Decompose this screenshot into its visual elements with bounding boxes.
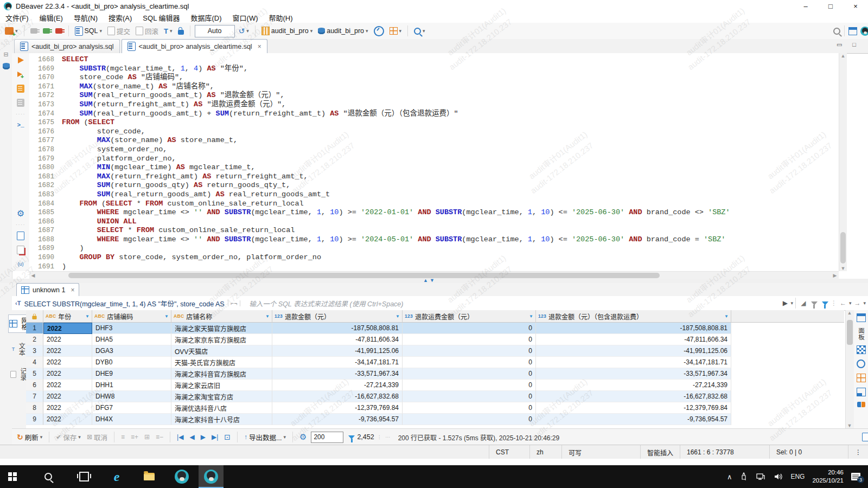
grid-cell[interactable]: 0: [403, 402, 536, 414]
tray-expand-icon[interactable]: ∧: [727, 473, 732, 481]
refresh-button[interactable]: ↻刷新▾: [15, 431, 44, 444]
sort-dropdown-icon[interactable]: ▼: [529, 314, 533, 319]
grid-cell[interactable]: 2022: [43, 380, 92, 391]
column-header[interactable]: 123退款金额（元）（包含退款运费）▼: [536, 310, 731, 322]
row-number-cell[interactable]: 3: [26, 345, 43, 357]
grid-cell[interactable]: 0: [403, 334, 536, 345]
grid-vertical-scrollbar[interactable]: ▲ ▼: [845, 310, 854, 428]
filter-query-text[interactable]: SELECT SUBSTR(mgclear_time_t, 1, 4) AS "…: [24, 298, 224, 309]
grid-cell[interactable]: -41,991,125.06: [536, 345, 731, 357]
editor-settings-button[interactable]: ⚙: [12, 206, 29, 220]
grid-cell[interactable]: DHE9: [92, 368, 171, 380]
taskbar-ie-button[interactable]: e: [104, 465, 129, 488]
grid-cell[interactable]: -47,811,606.34: [272, 334, 403, 345]
grid-cell[interactable]: 0: [403, 357, 536, 368]
restore-panel-icon[interactable]: ⊟: [3, 51, 8, 58]
code-line[interactable]: 1683 SUM(real_return_goods_amt) AS real_…: [29, 190, 839, 200]
apply-filter-button[interactable]: ▶: [780, 299, 790, 307]
grid-cell[interactable]: DHW8: [92, 391, 171, 402]
edit-value-button[interactable]: ≡: [119, 431, 126, 444]
grid-cell[interactable]: 0: [403, 414, 536, 425]
commit-button[interactable]: 提交: [106, 24, 132, 37]
menu-item[interactable]: 文件(F): [5, 12, 29, 23]
menu-item[interactable]: SQL 编辑器: [143, 12, 180, 23]
code-line[interactable]: 1672 SUM(real_return_goods_amt_t) AS "退款…: [29, 91, 839, 100]
code-line[interactable]: 1671 MAX(store_name_t) AS "店铺名称",: [29, 82, 839, 92]
save-filter-icon[interactable]: [820, 301, 831, 305]
lock-button[interactable]: [176, 24, 186, 37]
sql-editor-button[interactable]: SQL▾: [73, 24, 104, 37]
export-sql-button[interactable]: [12, 229, 29, 243]
grid-cell[interactable]: -41,991,125.06: [272, 345, 403, 357]
save-button[interactable]: ✔保存▾: [54, 431, 82, 444]
grid-cell[interactable]: DFG7: [92, 402, 171, 414]
grid-cell[interactable]: 0: [403, 368, 536, 380]
grid-cell[interactable]: DGA3: [92, 345, 171, 357]
code-line[interactable]: 1679 platform_order_no,: [29, 155, 839, 164]
cancel-button[interactable]: ⊠取消: [85, 431, 109, 444]
code-line[interactable]: 1685 WHERE mgclear_time <> '' AND SUBSTR…: [29, 208, 839, 217]
code-line[interactable]: 1684 FROM (SELECT * FROM custom_online_s…: [29, 200, 839, 209]
grid-cell[interactable]: 2022: [43, 368, 92, 380]
column-header[interactable]: 123退款金额（元）▼: [272, 310, 403, 322]
metadata-panel-icon[interactable]: [857, 388, 866, 396]
schema-selector[interactable]: audit_bi_pro▾: [316, 24, 369, 37]
row-count-indicator[interactable]: 2,452: [348, 433, 374, 441]
scroll-up-icon[interactable]: ▲: [839, 53, 847, 59]
add-row-button[interactable]: ≡+: [129, 431, 140, 444]
taskbar-dbeaver-button[interactable]: [169, 465, 194, 488]
grid-cell[interactable]: 天猫-英氏官方旗舰店: [171, 357, 272, 368]
row-number-cell[interactable]: 8: [26, 402, 43, 414]
disconnect-button[interactable]: [54, 24, 64, 37]
filter-input-placeholder[interactable]: 输入一个 SQL 表达式来过滤结果 (使用 Ctrl+Space): [249, 298, 403, 309]
grid-cell[interactable]: 海澜之家抖音十八号店: [171, 414, 272, 425]
close-results-icon[interactable]: ×: [71, 286, 74, 294]
code-line[interactable]: 1675FROM (SELECT: [29, 118, 839, 127]
sort-dropdown-icon[interactable]: ▼: [395, 314, 400, 319]
tx-history-button[interactable]: ↺▾: [237, 24, 251, 37]
menu-item[interactable]: 导航(N): [74, 12, 98, 23]
connection-selector[interactable]: audit_bi_pro▾: [260, 24, 314, 37]
grid-cell[interactable]: 0: [403, 345, 536, 357]
usb-icon[interactable]: [739, 472, 748, 481]
minimize-button[interactable]: –: [793, 0, 818, 12]
grid-cell[interactable]: 海澜之家抖音官方旗舰店: [171, 368, 272, 380]
grid-cell[interactable]: 2022: [43, 357, 92, 368]
dashboard-button[interactable]: [372, 24, 386, 37]
code-line[interactable]: 1677 MAX(store_name) AS store_name_t,: [29, 136, 839, 145]
grid-cell[interactable]: 0: [403, 323, 536, 334]
focus-cell-button[interactable]: ⊡: [222, 431, 232, 444]
grid-cell[interactable]: 2022: [43, 414, 92, 425]
sort-dropdown-icon[interactable]: ▼: [85, 314, 90, 319]
editor-results-sash[interactable]: ▲▼: [0, 279, 868, 283]
column-header[interactable]: 123退款运费金额（元）▼: [403, 310, 536, 322]
editor-vertical-scrollbar[interactable]: ▲ ▼: [839, 53, 847, 271]
panels-toggle-icon[interactable]: [857, 313, 866, 322]
results-tab-unknown1[interactable]: unknown 1 ×: [16, 283, 79, 296]
reconnect-button[interactable]: [41, 24, 52, 37]
grid-cell[interactable]: -12,379,769.84: [536, 402, 731, 414]
editor-window-controls[interactable]: ▭ □: [837, 41, 860, 48]
fetch-size-input[interactable]: 200: [311, 432, 343, 443]
value-viewer-icon[interactable]: [857, 345, 866, 354]
execute-script-button[interactable]: [12, 81, 29, 95]
menu-item[interactable]: 窗口(W): [233, 12, 258, 23]
code-line[interactable]: 1670 store_code AS "店铺编码",: [29, 73, 839, 82]
grid-cell[interactable]: -187,508,808.81: [536, 323, 731, 334]
grid-cell[interactable]: -27,214,339: [536, 380, 731, 391]
sort-dropdown-icon[interactable]: ▼: [164, 314, 169, 319]
forward-button[interactable]: →: [851, 299, 863, 307]
grid-cell[interactable]: -27,214,339: [272, 380, 403, 391]
database-navigator-icon[interactable]: [3, 62, 10, 70]
sash-collapse-icons[interactable]: ▲▼: [423, 278, 436, 283]
scroll-thumb[interactable]: [840, 232, 846, 264]
templates-button[interactable]: (u): [12, 257, 29, 271]
grid-cell[interactable]: -33,571,967.34: [536, 368, 731, 380]
sort-dropdown-icon[interactable]: ▼: [724, 314, 729, 319]
scroll-thumb[interactable]: [68, 273, 660, 278]
rollback-button[interactable]: 回滚: [134, 24, 160, 37]
duplicate-row-button[interactable]: ⊞: [143, 431, 151, 444]
last-page-button[interactable]: ▶|: [210, 431, 220, 444]
grid-cell[interactable]: 2022: [43, 402, 92, 414]
erase-filter-icon[interactable]: ◢: [798, 299, 809, 307]
